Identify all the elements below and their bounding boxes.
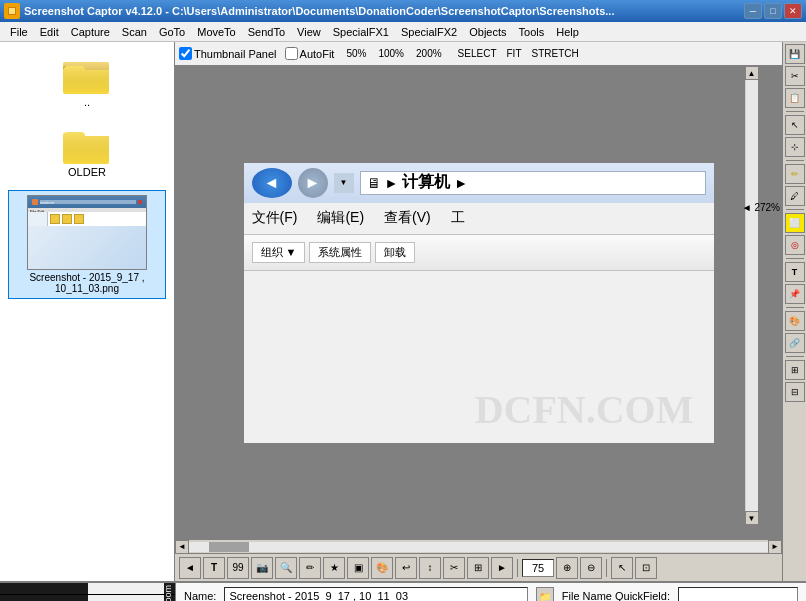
main-container: .. OLDER [0, 42, 806, 581]
rt-select-btn[interactable]: ⊹ [785, 137, 805, 157]
zoom-buttons: 50% 100% 200% [342, 47, 445, 60]
tool-color-btn[interactable]: 🎨 [371, 557, 393, 579]
tool-edit1-btn[interactable]: ✏ [299, 557, 321, 579]
back-button: ◄ [252, 168, 292, 198]
tool-rotate-btn[interactable]: ↩ [395, 557, 417, 579]
rt-text-btn[interactable]: T [785, 262, 805, 282]
pixel-cell-3 [33, 583, 44, 594]
tool-next-btn[interactable]: ► [491, 557, 513, 579]
select-mode-btn[interactable]: SELECT [454, 47, 501, 60]
tool-prev-btn[interactable]: ◄ [179, 557, 201, 579]
folder-parent[interactable]: .. [59, 50, 115, 112]
tool-zoom-btn[interactable]: 🔍 [275, 557, 297, 579]
h-scroll-thumb[interactable] [209, 542, 249, 552]
zoom-in-btn[interactable]: ⊕ [556, 557, 578, 579]
rt-pin-btn[interactable]: 📌 [785, 284, 805, 304]
rt-paste-btn[interactable]: 📋 [785, 88, 805, 108]
rt-link-btn[interactable]: 🔗 [785, 333, 805, 353]
rt-sep-5 [786, 307, 804, 308]
rt-marker-btn[interactable]: 🖊 [785, 186, 805, 206]
scroll-left-btn[interactable]: ◄ [175, 540, 189, 554]
pixel-cell-20 [44, 595, 55, 601]
window-title: Screenshot Captor v4.12.0 - C:\Users\Adm… [24, 5, 614, 17]
menu-item-specialfx2[interactable]: SpecialFX2 [395, 23, 463, 41]
rt-rect-btn[interactable]: ⬜ [785, 213, 805, 233]
name-label: Name: [184, 590, 216, 601]
rt-circle-btn[interactable]: ◎ [785, 235, 805, 255]
tool-camera-btn[interactable]: 📷 [251, 557, 273, 579]
thumbnail-panel-toggle[interactable] [179, 47, 192, 60]
rt-save-btn[interactable]: 💾 [785, 44, 805, 64]
menu-item-tools[interactable]: Tools [513, 23, 551, 41]
zoom-100-btn[interactable]: 100% [374, 47, 408, 60]
quickfield-input[interactable] [678, 587, 798, 601]
tool-rect-btn[interactable]: ▣ [347, 557, 369, 579]
menu-item-file[interactable]: File [4, 23, 34, 41]
menu-item-objects[interactable]: Objects [463, 23, 512, 41]
close-button[interactable]: ✕ [784, 3, 802, 19]
scroll-up-btn[interactable]: ▲ [745, 66, 759, 80]
rt-cut-btn[interactable]: ✂ [785, 66, 805, 86]
image-viewport[interactable]: ▲ ▼ ◄ ► ▼ 🖥 ► 计算机 ► [175, 66, 782, 539]
menu-item-sendto[interactable]: SendTo [242, 23, 291, 41]
zoom-200-btn[interactable]: 200% [412, 47, 446, 60]
rt-cursor-btn[interactable]: ↖ [785, 115, 805, 135]
tool-text-btn[interactable]: T [203, 557, 225, 579]
tool-crop-btn[interactable]: ✂ [443, 557, 465, 579]
rt-color-btn[interactable]: 🎨 [785, 311, 805, 331]
zoom-out-btn[interactable]: ⊖ [580, 557, 602, 579]
tool-star-btn[interactable]: ★ [323, 557, 345, 579]
filename-input[interactable] [224, 587, 527, 601]
zoom-label: Zoom [163, 585, 173, 601]
folder-icon-parent [63, 54, 111, 94]
scroll-right-btn[interactable]: ► [768, 540, 782, 554]
title-bar-left: Screenshot Captor v4.12.0 - C:\Users\Adm… [4, 3, 614, 19]
thumb-image: explorer File Edit [27, 195, 147, 270]
autofit-toggle[interactable] [285, 47, 298, 60]
addr-monitor-icon: 🖥 [367, 175, 381, 191]
horizontal-scrollbar[interactable]: ◄ ► [175, 539, 782, 553]
zoom-value-field[interactable] [522, 559, 554, 577]
autofit-checkbox[interactable]: AutoFit [285, 47, 335, 60]
pixel-cell-28 [131, 595, 142, 601]
thumbnail-item[interactable]: explorer File Edit [8, 190, 166, 299]
pixel-cell-21 [55, 595, 66, 601]
rt-zoomin-btn[interactable]: ⊞ [785, 360, 805, 380]
menu-item-goto[interactable]: GoTo [153, 23, 191, 41]
scroll-down-btn[interactable]: ▼ [745, 511, 759, 525]
tool-99-btn[interactable]: 99 [227, 557, 249, 579]
browse-folder-btn[interactable]: 📁 [536, 587, 554, 601]
menu-item-help[interactable]: Help [550, 23, 585, 41]
fit-btn[interactable]: ⊡ [635, 557, 657, 579]
thumbnail-list[interactable]: .. OLDER [0, 42, 174, 581]
menu-item-moveto[interactable]: MoveTo [191, 23, 242, 41]
folder-older[interactable]: OLDER [59, 120, 115, 182]
tool-arrows-btn[interactable]: ↕ [419, 557, 441, 579]
thumbnail-panel-checkbox[interactable]: Thumbnail Panel [179, 47, 277, 60]
menu-item-view[interactable]: View [291, 23, 327, 41]
menu-item-specialfx1[interactable]: SpecialFX1 [327, 23, 395, 41]
rt-pen-btn[interactable]: ✏ [785, 164, 805, 184]
rt-sep-2 [786, 160, 804, 161]
thumb-filename: Screenshot - 2015_9_17 , 10_11_03.png [13, 272, 161, 294]
pixel-cell-7 [77, 583, 88, 594]
stretch-mode-btn[interactable]: STRETCH [528, 47, 583, 60]
fit-mode-btn[interactable]: FIT [503, 47, 526, 60]
pixel-cell-16 [0, 595, 11, 601]
svg-rect-2 [9, 8, 15, 14]
maximize-button[interactable]: □ [764, 3, 782, 19]
zoom-50-btn[interactable]: 50% [342, 47, 370, 60]
tool-grid-btn[interactable]: ⊞ [467, 557, 489, 579]
vertical-scrollbar[interactable]: ▲ ▼ [744, 66, 758, 525]
minimize-button[interactable]: ─ [744, 3, 762, 19]
pixel-preview: ZoomNav [0, 583, 175, 601]
rt-sep-4 [786, 258, 804, 259]
menu-item-scan[interactable]: Scan [116, 23, 153, 41]
menu-item-capture[interactable]: Capture [65, 23, 116, 41]
rt-zoomout-btn[interactable]: ⊟ [785, 382, 805, 402]
uninstall-btn: 卸载 [375, 242, 415, 263]
cursor-btn[interactable]: ↖ [611, 557, 633, 579]
menu-item-edit[interactable]: Edit [34, 23, 65, 41]
pixel-cell-2 [22, 583, 33, 594]
folder-label-older: OLDER [68, 166, 106, 178]
